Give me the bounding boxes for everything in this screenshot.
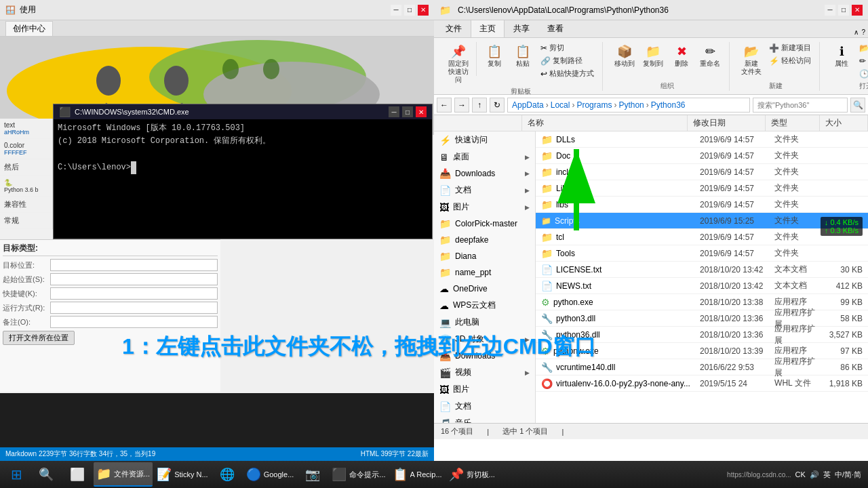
explorer-maximize[interactable]: □ — [838, 5, 849, 16]
explorer-close[interactable]: ✕ — [852, 5, 863, 16]
nav-thispc[interactable]: 💻 此电脑 — [434, 314, 535, 331]
breadcrumb-python[interactable]: Python — [618, 100, 644, 110]
col-header-name[interactable]: 名称 — [522, 115, 688, 131]
pin-to-quickaccess-button[interactable]: 📌 固定到快速访问 — [445, 42, 472, 85]
file-row-license[interactable]: 📄LICENSE.txt 2018/10/20 13:42 文本文档 30 KB — [536, 262, 868, 278]
close-button[interactable]: ✕ — [418, 5, 429, 16]
file-row-include[interactable]: 📁include 2019/6/9 14:57 文件夹 — [536, 164, 868, 180]
taskbar-camera-button[interactable]: 📷 — [298, 462, 328, 487]
tray-ime[interactable]: 中/简·简 — [835, 470, 861, 480]
delete-button[interactable]: ✖ 删除 — [668, 42, 695, 69]
tab-file[interactable]: 文件 — [437, 20, 471, 37]
taskbar-edge-button[interactable]: 🌐 — [212, 462, 242, 487]
sidebar-text-item[interactable]: text aHRoHm — [0, 119, 52, 139]
ribbon-help-button[interactable]: ? — [861, 28, 865, 36]
nav-deepfake[interactable]: 📁 deepfake — [434, 232, 535, 248]
file-row-scripts[interactable]: 📁Scripts 2019/6/9 15:25 文件夹 — [536, 213, 868, 229]
shortcut-input[interactable] — [50, 287, 218, 300]
ribbon-collapse-button[interactable]: ∧ — [854, 28, 859, 36]
nav-downloads[interactable]: 📥 Downloads ▶ — [434, 165, 535, 182]
breadcrumb-appdata[interactable]: AppData — [512, 100, 544, 110]
creation-center-tab[interactable]: 创作中心 — [0, 20, 434, 37]
tray-sound[interactable]: 🔊 — [810, 470, 819, 479]
nav-documents[interactable]: 📄 文档 ▶ — [434, 182, 535, 199]
col-header-date[interactable]: 修改日期 — [688, 115, 766, 131]
nav-onedrive[interactable]: ☁ OneDrive — [434, 281, 535, 297]
taskbar-sticky-button[interactable]: 📝 Sticky N... — [154, 462, 211, 487]
breadcrumb-bar[interactable]: AppData › Local › Programs › Python › Py… — [507, 98, 750, 113]
history-button[interactable]: 🕒 历史记录 — [856, 68, 868, 79]
back-button[interactable]: ← — [437, 98, 452, 113]
file-row-libs[interactable]: 📁libs 2019/6/9 14:57 文件夹 — [536, 197, 868, 213]
cmd-maximize[interactable]: □ — [402, 106, 413, 117]
col-header-size[interactable]: 大小 — [820, 115, 868, 131]
move-to-button[interactable]: 📦 移动到 — [611, 42, 638, 69]
file-row-tcl[interactable]: 📁tcl 2019/6/9 14:57 文件夹 — [536, 229, 868, 245]
paste-button[interactable]: 📋 粘贴 — [509, 42, 536, 69]
new-folder-button[interactable]: 📂 新建文件夹 — [738, 42, 765, 77]
col-header-type[interactable]: 类型 — [766, 115, 820, 131]
sidebar-general-item[interactable]: 常规 — [0, 213, 52, 229]
cmd-minimize[interactable]: ─ — [389, 106, 399, 117]
open-file-location-button[interactable]: 打开文件所在位置 — [3, 331, 75, 345]
search-button[interactable]: 🔍 — [850, 98, 865, 113]
nav-video[interactable]: 🎬 视频 ▶ — [434, 364, 535, 381]
file-row-virtualenv[interactable]: ⭕virtualenv-16.0.0-py2.py3-none-any... 2… — [536, 375, 868, 392]
sidebar-python-item[interactable]: 🐍 Python 3.6 b — [0, 176, 52, 197]
explorer-minimize[interactable]: ─ — [825, 5, 835, 16]
tray-network[interactable]: 英 — [823, 470, 831, 480]
paste-shortcut-button[interactable]: ↩ 粘贴快捷方式 — [538, 68, 597, 79]
open-button[interactable]: 📂 打开 — [856, 42, 868, 54]
taskbar-chrome-button[interactable]: 🔵 Google... — [243, 462, 297, 487]
minimize-button[interactable]: ─ — [391, 5, 401, 16]
file-row-tools[interactable]: 📁Tools 2019/6/9 14:57 文件夹 — [536, 245, 868, 262]
forward-button[interactable]: → — [454, 98, 469, 113]
up-button[interactable]: ↑ — [472, 98, 487, 113]
copy-path-button[interactable]: 🔗 复制路径 — [538, 55, 597, 66]
breadcrumb-python36[interactable]: Python36 — [651, 100, 686, 110]
refresh-button[interactable]: ↻ — [490, 98, 505, 113]
comment-input[interactable] — [50, 316, 218, 328]
taskbar-clipboard-button[interactable]: 📌 剪切板... — [446, 462, 498, 487]
startloc-input[interactable] — [50, 273, 218, 285]
nav-music[interactable]: 🎵 音乐 — [434, 415, 535, 423]
easy-access-button[interactable]: ⚡ 轻松访问 — [766, 55, 814, 66]
rename-button[interactable]: ✏ 重命名 — [696, 42, 724, 69]
target-input[interactable] — [50, 259, 218, 271]
file-row-news[interactable]: 📄NEWS.txt 2018/10/20 13:42 文本文档 412 KB — [536, 278, 868, 294]
nav-quick-access[interactable]: ⚡ 快速访问 — [434, 131, 535, 148]
cmd-window[interactable]: ⬛ C:\WINDOWS\system32\CMD.exe ─ □ ✕ Micr… — [53, 104, 433, 239]
nav-pic2[interactable]: 🖼 图片 — [434, 381, 535, 398]
cmd-content[interactable]: Microsoft Windows [版本 10.0.17763.503] (c… — [54, 119, 432, 177]
sidebar-compat-item[interactable]: 兼容性 — [0, 197, 52, 213]
breadcrumb-programs[interactable]: Programs — [576, 100, 612, 110]
tray-ck[interactable]: CK — [795, 470, 806, 479]
file-row-doc[interactable]: 📁Doc 2019/6/9 14:57 文件夹 — [536, 148, 868, 164]
nav-diana[interactable]: 📁 Diana — [434, 248, 535, 264]
new-item-button[interactable]: ➕ 新建项目 — [766, 42, 814, 54]
nav-colorpick[interactable]: 📁 ColorPick-master — [434, 216, 535, 232]
copy-to-button[interactable]: 📁 复制到 — [639, 42, 667, 69]
taskbar-search-button[interactable]: 🔍 — [31, 462, 61, 487]
cut-button[interactable]: ✂ 剪切 — [538, 42, 597, 54]
tab-share[interactable]: 共享 — [505, 20, 538, 37]
sidebar-then-item[interactable]: 然后 — [0, 159, 52, 176]
sidebar-color-item[interactable]: 0.color FFFFEF — [0, 139, 52, 159]
file-row-lib[interactable]: 📁Lib 2019/6/9 14:57 文件夹 — [536, 180, 868, 197]
maximize-button[interactable]: □ — [404, 5, 415, 16]
runmode-input[interactable] — [50, 302, 218, 314]
tab-view[interactable]: 查看 — [538, 20, 572, 37]
copy-button[interactable]: 📋 复制 — [481, 42, 508, 69]
edit-button[interactable]: ✏ 编辑 — [856, 55, 868, 66]
taskbar-cmd-button[interactable]: ⬛ 命令提示... — [329, 462, 388, 487]
tab-home[interactable]: 主页 — [471, 20, 505, 37]
nav-wps[interactable]: ☁ WPS云文档 — [434, 297, 535, 314]
search-input[interactable] — [753, 98, 848, 113]
start-button[interactable]: ⊞ — [3, 462, 30, 487]
nav-desktop[interactable]: 🖥 桌面 ▶ — [434, 148, 535, 165]
properties-button[interactable]: ℹ 属性 — [828, 42, 855, 69]
file-row-dlls[interactable]: 📁DLLs 2019/6/9 14:57 文件夹 — [536, 131, 868, 148]
taskbar-taskview-button[interactable]: ⬜ — [62, 462, 92, 487]
taskbar-recipe-button[interactable]: 📋 A Recip... — [390, 462, 445, 487]
nav-doc2[interactable]: 📄 文档 — [434, 398, 535, 415]
